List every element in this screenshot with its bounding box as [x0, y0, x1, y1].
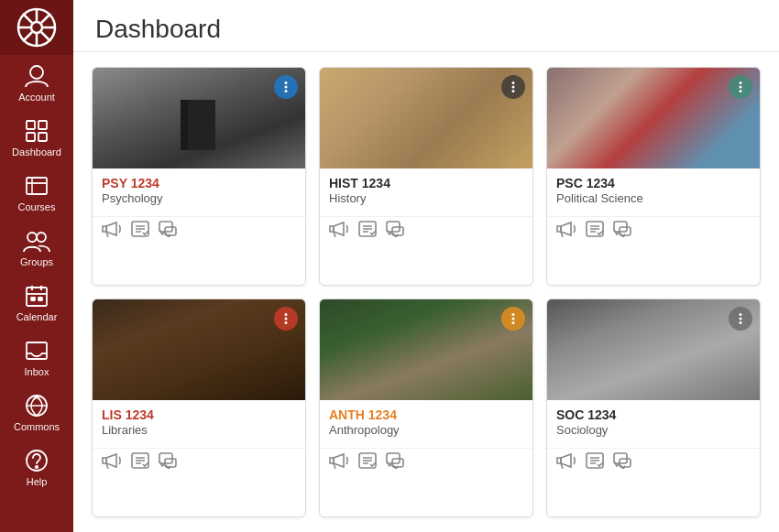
- sidebar-item-help-label: Help: [27, 476, 48, 487]
- course-card-body: HIST 1234 History: [320, 168, 532, 216]
- svg-point-19: [37, 233, 46, 242]
- course-card: PSC 1234 Political Science: [546, 67, 761, 286]
- dashboard-svg: [24, 118, 49, 144]
- groups-icon: [20, 227, 53, 255]
- course-name: Anthropology: [329, 423, 523, 437]
- inbox-svg: [24, 338, 49, 364]
- grades-icon[interactable]: [358, 452, 377, 469]
- page-header: Dashboard: [73, 0, 779, 52]
- course-menu-button[interactable]: [729, 75, 752, 99]
- svg-point-18: [27, 233, 37, 242]
- svg-rect-25: [38, 298, 42, 300]
- grades-icon[interactable]: [586, 221, 604, 237]
- svg-point-80: [740, 321, 742, 324]
- course-card-image: [320, 299, 532, 400]
- course-menu-button[interactable]: [274, 75, 298, 99]
- svg-rect-14: [38, 133, 47, 141]
- course-card: PSY 1234 Psychology: [92, 67, 306, 286]
- course-menu-button[interactable]: [501, 307, 525, 331]
- course-menu-button[interactable]: [274, 307, 298, 331]
- course-card-image: [93, 299, 305, 400]
- course-name: History: [329, 191, 523, 205]
- announce-icon[interactable]: [102, 452, 122, 469]
- svg-point-43: [512, 86, 515, 89]
- course-card: HIST 1234 History: [319, 67, 533, 286]
- svg-rect-13: [27, 133, 35, 141]
- svg-point-60: [285, 313, 288, 316]
- sidebar-item-inbox-label: Inbox: [25, 366, 49, 377]
- grades-icon[interactable]: [358, 221, 377, 237]
- grades-icon[interactable]: [131, 452, 149, 469]
- discussions-icon[interactable]: [159, 221, 177, 237]
- announce-icon[interactable]: [329, 221, 349, 237]
- groups-svg: [23, 228, 50, 254]
- course-code: PSC 1234: [556, 176, 751, 190]
- sidebar-item-calendar[interactable]: Calendar: [0, 275, 73, 330]
- svg-point-32: [36, 466, 38, 468]
- course-code: HIST 1234: [329, 176, 523, 190]
- announce-icon[interactable]: [102, 221, 122, 237]
- svg-rect-24: [31, 298, 35, 300]
- announce-icon[interactable]: [556, 452, 576, 469]
- discussions-icon[interactable]: [613, 221, 631, 237]
- course-card: ANTH 1234 Anthropology: [319, 299, 533, 517]
- sidebar-item-account[interactable]: Account: [0, 55, 73, 110]
- sidebar-item-calendar-label: Calendar: [16, 311, 58, 322]
- course-menu-button[interactable]: [729, 307, 752, 331]
- dashboard-icon: [20, 117, 53, 145]
- sidebar-item-help[interactable]: Help: [0, 440, 73, 494]
- svg-point-52: [740, 86, 742, 89]
- announce-icon[interactable]: [556, 221, 576, 237]
- svg-point-69: [512, 313, 515, 316]
- svg-point-10: [30, 66, 43, 79]
- sidebar-item-commons[interactable]: Commons: [0, 385, 73, 440]
- discussions-icon[interactable]: [613, 452, 631, 469]
- announce-icon[interactable]: [329, 452, 349, 469]
- main-content: Dashboard PSY 1234 Psychology: [73, 0, 779, 532]
- course-card: LIS 1234 Libraries: [92, 299, 306, 517]
- discussions-icon[interactable]: [159, 452, 177, 469]
- svg-point-1: [31, 22, 42, 33]
- discussions-icon[interactable]: [386, 221, 404, 237]
- grades-icon[interactable]: [586, 452, 604, 469]
- svg-rect-15: [27, 178, 47, 194]
- course-code: SOC 1234: [556, 407, 751, 422]
- avatar-icon: [22, 61, 51, 91]
- svg-point-33: [285, 81, 288, 84]
- course-name: Psychology: [102, 191, 296, 205]
- svg-line-8: [41, 14, 50, 23]
- course-card-actions: [93, 448, 305, 476]
- sidebar-item-inbox[interactable]: Inbox: [0, 330, 73, 385]
- grades-icon[interactable]: [131, 221, 149, 237]
- course-code: PSY 1234: [102, 176, 296, 190]
- course-card-actions: [320, 448, 532, 476]
- sidebar-item-account-label: Account: [18, 92, 55, 103]
- course-card-image: [93, 68, 305, 168]
- inbox-icon: [20, 337, 53, 364]
- sidebar-item-dashboard[interactable]: Dashboard: [0, 110, 73, 165]
- discussions-icon[interactable]: [386, 452, 404, 469]
- calendar-icon: [20, 282, 53, 309]
- help-icon: [20, 447, 53, 474]
- course-code: LIS 1234: [102, 407, 296, 422]
- svg-rect-12: [38, 121, 47, 129]
- sidebar-item-groups-label: Groups: [20, 256, 53, 267]
- app-logo: [0, 0, 73, 55]
- page-title: Dashboard: [95, 15, 757, 44]
- course-card-image: [547, 299, 760, 400]
- course-code: ANTH 1234: [329, 407, 523, 422]
- svg-line-9: [23, 32, 32, 41]
- course-name: Libraries: [102, 423, 296, 437]
- sidebar-item-commons-label: Commons: [14, 421, 60, 432]
- sidebar-item-courses[interactable]: Courses: [0, 165, 73, 220]
- svg-rect-11: [27, 121, 35, 129]
- svg-point-71: [512, 321, 515, 324]
- sidebar-item-courses-label: Courses: [18, 201, 56, 212]
- course-card-body: PSY 1234 Psychology: [93, 168, 305, 216]
- sidebar-item-groups[interactable]: Groups: [0, 220, 73, 275]
- courses-icon: [20, 172, 53, 200]
- svg-point-62: [285, 321, 288, 324]
- svg-rect-20: [27, 288, 47, 306]
- course-menu-button[interactable]: [501, 75, 525, 99]
- svg-point-70: [512, 318, 515, 320]
